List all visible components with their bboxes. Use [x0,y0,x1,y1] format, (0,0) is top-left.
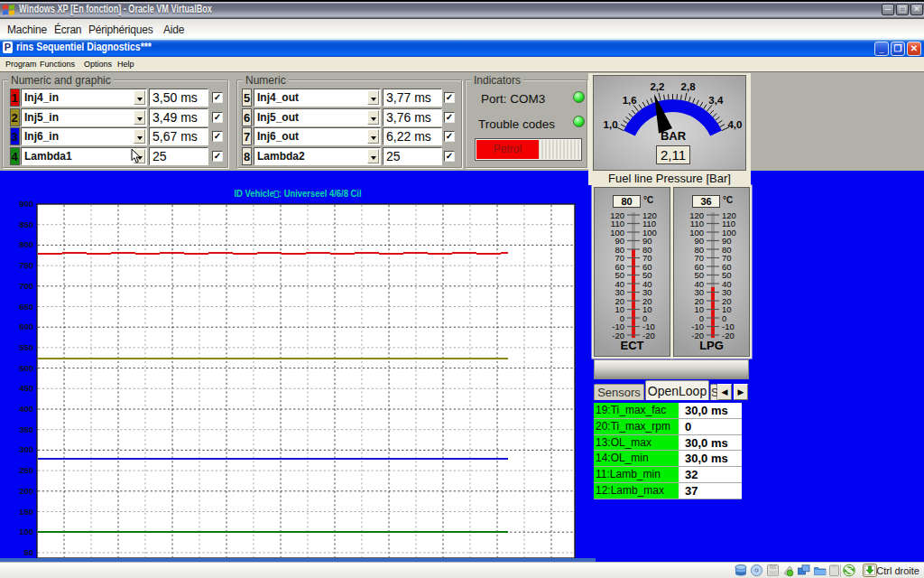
svg-text:1,6: 1,6 [623,95,637,106]
svg-text:4,0: 4,0 [727,119,742,130]
svg-text:550: 550 [19,342,33,352]
svg-text:500: 500 [19,363,33,373]
svg-text:400: 400 [19,404,33,414]
svg-text:150: 150 [19,507,33,517]
svg-text:700: 700 [19,281,33,291]
svg-text:1,0: 1,0 [604,119,618,130]
svg-text:2,2: 2,2 [650,81,664,92]
svg-text:750: 750 [19,260,33,270]
svg-text:350: 350 [19,424,33,434]
svg-text:850: 850 [19,219,33,229]
svg-text:800: 800 [19,239,33,249]
svg-text:50: 50 [23,547,33,557]
svg-text:250: 250 [19,465,33,475]
svg-text:BAR: BAR [661,129,687,143]
svg-text:200: 200 [19,486,33,496]
svg-text:450: 450 [19,383,33,393]
svg-text:100: 100 [19,527,33,536]
svg-text:2,8: 2,8 [681,81,697,92]
svg-text:600: 600 [19,322,33,331]
svg-text:900: 900 [19,199,33,209]
svg-text:300: 300 [19,444,33,454]
svg-text:650: 650 [19,302,33,312]
svg-text:3,4: 3,4 [708,95,724,106]
